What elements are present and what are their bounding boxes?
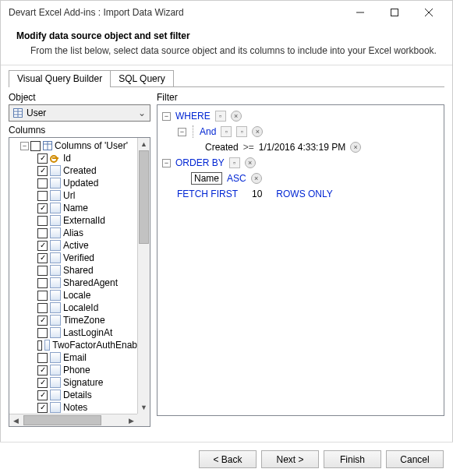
column-label: LocaleId bbox=[63, 302, 98, 313]
checkbox[interactable] bbox=[37, 216, 48, 226]
checkbox[interactable] bbox=[37, 241, 48, 251]
column-notes[interactable]: Notes bbox=[11, 401, 150, 414]
column-label: TimeZone bbox=[63, 315, 105, 326]
add-group-icon[interactable]: ▫ bbox=[236, 126, 247, 137]
sort-direction[interactable]: ASC bbox=[227, 173, 246, 184]
tab-visual-query[interactable]: Visual Query Builder bbox=[9, 70, 111, 87]
checkbox[interactable] bbox=[37, 390, 48, 400]
column-details[interactable]: Details bbox=[11, 389, 150, 401]
wizard-footer: < Back Next > Finish Cancel bbox=[0, 442, 453, 476]
checkbox[interactable] bbox=[37, 316, 48, 326]
checkbox[interactable] bbox=[37, 340, 42, 351]
column-twofactorauthenabled[interactable]: TwoFactorAuthEnabled bbox=[11, 339, 150, 351]
back-button[interactable]: < Back bbox=[199, 450, 257, 468]
column-url[interactable]: Url bbox=[11, 189, 150, 202]
column-icon bbox=[50, 390, 61, 400]
scroll-up-icon[interactable]: ▲ bbox=[138, 138, 150, 150]
scroll-thumb[interactable] bbox=[23, 415, 101, 425]
column-lastloginat[interactable]: LastLoginAt bbox=[11, 326, 150, 339]
condition-field[interactable]: Created bbox=[205, 142, 239, 153]
checkbox[interactable] bbox=[37, 166, 48, 176]
where-clause[interactable]: WHERE bbox=[175, 111, 211, 122]
column-label: ExternalId bbox=[63, 215, 105, 226]
column-id[interactable]: Id bbox=[11, 152, 150, 164]
checkbox[interactable] bbox=[37, 365, 48, 376]
remove-icon[interactable]: × bbox=[350, 142, 361, 153]
maximize-button[interactable] bbox=[377, 1, 412, 24]
fetch-count[interactable]: 10 bbox=[252, 189, 262, 199]
collapse-icon[interactable]: − bbox=[162, 159, 171, 167]
scroll-thumb[interactable] bbox=[139, 150, 149, 244]
and-operator[interactable]: And bbox=[200, 126, 216, 137]
add-sort-icon[interactable]: ▫ bbox=[229, 157, 240, 168]
column-icon bbox=[50, 227, 61, 238]
checkbox[interactable] bbox=[37, 291, 48, 301]
column-updated[interactable]: Updated bbox=[11, 177, 150, 189]
column-label: TwoFactorAuthEnabled bbox=[52, 340, 150, 351]
remove-icon[interactable]: × bbox=[252, 126, 263, 137]
titlebar: Devart Excel Add-ins : Import Data Wizar… bbox=[1, 1, 452, 24]
cancel-button[interactable]: Cancel bbox=[386, 450, 444, 468]
checkbox[interactable] bbox=[37, 403, 48, 413]
fetch-clause[interactable]: FETCH FIRST bbox=[177, 189, 238, 199]
checkbox[interactable] bbox=[30, 141, 41, 151]
filter-tree[interactable]: − WHERE ▫ × − And ▫ ▫ × Created >= bbox=[157, 104, 444, 416]
checkbox[interactable] bbox=[37, 253, 48, 263]
column-active[interactable]: Active bbox=[11, 239, 150, 252]
column-locale[interactable]: Locale bbox=[11, 289, 150, 301]
tab-sql-query[interactable]: SQL Query bbox=[110, 70, 174, 86]
checkbox[interactable] bbox=[37, 191, 48, 201]
vertical-scrollbar[interactable]: ▲ ▼ bbox=[137, 138, 150, 414]
condition-operator[interactable]: >= bbox=[243, 142, 254, 153]
column-created[interactable]: Created bbox=[11, 164, 150, 177]
column-label: Email bbox=[63, 352, 87, 363]
columns-tree[interactable]: − Columns of 'User' IdCreatedUpdatedUrlN… bbox=[9, 137, 150, 427]
column-signature[interactable]: Signature bbox=[11, 376, 150, 389]
column-localeid[interactable]: LocaleId bbox=[11, 301, 150, 314]
checkbox[interactable] bbox=[37, 378, 48, 388]
minimize-button[interactable] bbox=[343, 1, 377, 24]
tree-root[interactable]: − Columns of 'User' bbox=[11, 139, 150, 152]
scroll-left-icon[interactable]: ◀ bbox=[9, 414, 22, 426]
add-condition-icon[interactable]: ▫ bbox=[215, 111, 226, 122]
checkbox[interactable] bbox=[37, 203, 48, 213]
column-name[interactable]: Name bbox=[11, 202, 150, 214]
column-externalid[interactable]: ExternalId bbox=[11, 214, 150, 227]
checkbox[interactable] bbox=[37, 228, 48, 238]
next-button[interactable]: Next > bbox=[261, 450, 319, 468]
finish-button[interactable]: Finish bbox=[324, 450, 381, 468]
checkbox[interactable] bbox=[37, 266, 48, 276]
column-timezone[interactable]: TimeZone bbox=[11, 314, 150, 326]
object-dropdown[interactable]: User ⌄ bbox=[9, 104, 150, 122]
close-button[interactable] bbox=[412, 1, 446, 24]
collapse-icon[interactable]: − bbox=[178, 128, 186, 136]
column-verified[interactable]: Verified bbox=[11, 252, 150, 264]
column-phone[interactable]: Phone bbox=[11, 364, 150, 376]
column-alias[interactable]: Alias bbox=[11, 227, 150, 239]
scroll-right-icon[interactable]: ▶ bbox=[125, 414, 137, 426]
condition-value[interactable]: 1/1/2016 4:33:19 PM bbox=[259, 142, 345, 153]
add-condition-icon[interactable]: ▫ bbox=[221, 126, 232, 137]
collapse-icon[interactable]: − bbox=[162, 112, 171, 121]
column-email[interactable]: Email bbox=[11, 351, 150, 364]
sort-field[interactable]: Name bbox=[191, 172, 222, 185]
orderby-clause[interactable]: ORDER BY bbox=[175, 157, 225, 168]
remove-icon[interactable]: × bbox=[231, 111, 242, 122]
column-icon bbox=[50, 327, 61, 338]
checkbox[interactable] bbox=[37, 303, 48, 313]
scroll-down-icon[interactable]: ▼ bbox=[138, 401, 150, 414]
remove-icon[interactable]: × bbox=[245, 157, 256, 168]
checkbox[interactable] bbox=[37, 328, 48, 338]
column-sharedagent[interactable]: SharedAgent bbox=[11, 277, 150, 289]
checkbox[interactable] bbox=[37, 153, 48, 164]
remove-icon[interactable]: × bbox=[251, 173, 262, 184]
column-shared[interactable]: Shared bbox=[11, 264, 150, 277]
collapse-icon[interactable]: − bbox=[20, 142, 29, 150]
checkbox[interactable] bbox=[37, 278, 48, 288]
chevron-down-icon: ⌄ bbox=[136, 108, 148, 118]
horizontal-scrollbar[interactable]: ◀ ▶ bbox=[9, 414, 137, 426]
column-label: Url bbox=[63, 190, 75, 201]
key-icon bbox=[50, 153, 61, 164]
checkbox[interactable] bbox=[37, 178, 48, 189]
checkbox[interactable] bbox=[37, 353, 48, 363]
